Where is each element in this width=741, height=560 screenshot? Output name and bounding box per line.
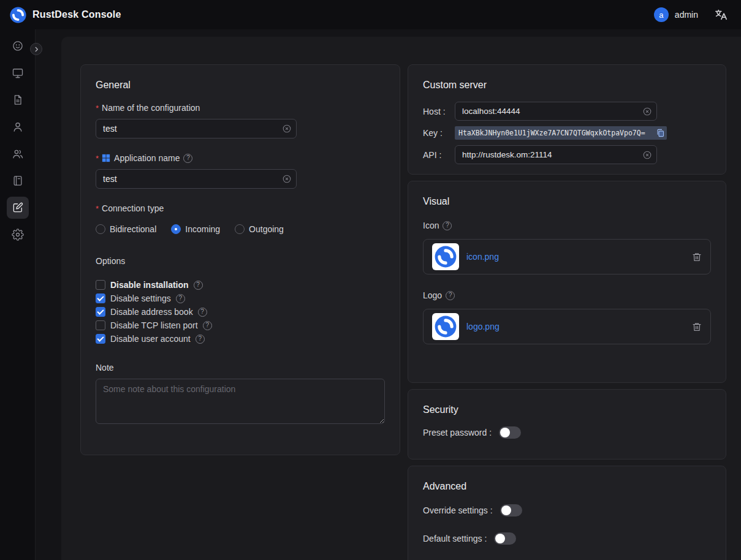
user-icon [12,121,24,133]
note-textarea[interactable] [96,379,385,424]
preset-password-row: Preset password : [423,426,711,439]
icon-label-text: Icon [423,221,439,230]
clear-icon[interactable] [643,151,652,159]
checkbox-disable-installation[interactable]: Disable installation ? [96,278,385,292]
security-card: Security Preset password : [408,389,726,460]
custom-server-title: Custom server [423,80,711,91]
key-value: HtaXBkJNHyn0e1U1jWXze7A7CN7QTGWqxkOtpaVp… [458,129,654,137]
override-settings-toggle[interactable] [500,504,522,516]
main-panel: General * Name of the configuration * Ap… [61,37,741,560]
sidebar-item-groups[interactable] [7,143,29,165]
help-icon[interactable]: ? [194,281,203,290]
checkbox-box[interactable] [96,320,105,330]
application-name-input[interactable] [96,169,297,189]
override-settings-row: Override settings : [423,504,711,516]
key-field: HtaXBkJNHyn0e1U1jWXze7A7CN7QTGWqxkOtpaVp… [455,126,667,140]
radio-circle[interactable] [96,224,105,234]
icon-file-link[interactable]: icon.png [466,252,692,262]
override-settings-label: Override settings : [423,505,493,515]
config-name-label-text: Name of the configuration [102,103,200,113]
help-icon[interactable]: ? [198,308,207,317]
translate-icon[interactable] [714,8,728,21]
note-field [96,379,385,424]
trash-icon[interactable] [692,252,702,262]
api-field [455,145,657,164]
trash-icon[interactable] [692,322,702,332]
checkbox-label: Disable TCP listen port [110,320,198,330]
checkbox-disable-user-account[interactable]: Disable user account ? [96,332,385,346]
default-settings-toggle[interactable] [494,532,516,545]
application-name-label-text: Application name [114,153,180,163]
connection-type-label: * Connection type [96,203,385,213]
checkbox-box[interactable] [96,280,105,290]
document-icon [12,94,24,106]
radio-circle[interactable] [171,224,181,234]
logo-file-link[interactable]: logo.png [466,322,692,331]
host-row: Host : [423,102,711,121]
help-icon[interactable]: ? [443,221,452,230]
host-field [455,102,657,121]
smiley-icon [12,40,24,52]
preset-password-label: Preset password : [423,428,492,437]
user-avatar[interactable]: a [654,7,669,22]
advanced-title: Advanced [423,481,711,492]
required-asterisk: * [96,204,99,213]
key-label: Key : [423,128,455,138]
config-name-input[interactable] [96,119,297,138]
right-column: Custom server Host : Key : HtaXBkJNHyn0e… [408,64,726,560]
settings-icon [12,229,24,241]
help-icon[interactable]: ? [183,154,192,163]
clear-icon[interactable] [283,175,291,183]
radio-outgoing[interactable]: Outgoing [235,224,284,234]
sidebar [0,29,36,560]
api-row: API : [423,145,711,164]
radio-label: Bidirectional [110,224,156,234]
windows-icon [102,154,110,162]
checkbox-box[interactable] [96,293,105,303]
visual-title: Visual [423,196,711,207]
radio-incoming[interactable]: Incoming [171,224,220,234]
sidebar-item-devices[interactable] [7,62,29,84]
copy-icon[interactable] [656,128,665,138]
application-name-label: * Application name ? [96,153,385,163]
api-input[interactable] [455,145,657,164]
checkbox-label: Disable settings [110,293,171,303]
sidebar-item-user[interactable] [7,116,29,138]
sidebar-item-settings[interactable] [7,224,29,246]
user-name[interactable]: admin [675,10,698,20]
checkbox-disable-settings[interactable]: Disable settings ? [96,292,385,305]
advanced-card: Advanced Override settings : Default set… [408,466,726,560]
checkbox-disable-tcp-listen-port[interactable]: Disable TCP listen port ? [96,319,385,332]
connection-type-label-text: Connection type [102,203,164,213]
config-name-label: * Name of the configuration [96,103,385,113]
logbook-icon [12,175,24,187]
monitor-icon [12,67,24,79]
required-asterisk: * [96,154,99,163]
edit-icon [12,202,24,214]
checkbox-disable-address-book[interactable]: Disable address book ? [96,305,385,319]
sidebar-expand-button[interactable] [30,43,42,55]
radio-label: Incoming [185,224,220,234]
security-title: Security [423,404,711,415]
help-icon[interactable]: ? [446,291,455,300]
checkbox-box[interactable] [96,307,105,317]
sidebar-item-documents[interactable] [7,89,29,111]
sidebar-item-overview[interactable] [7,35,29,57]
general-card: General * Name of the configuration * Ap… [80,64,400,455]
custom-server-card: Custom server Host : Key : HtaXBkJNHyn0e… [408,64,726,175]
note-label: Note [96,363,385,373]
help-icon[interactable]: ? [203,321,212,330]
preset-password-toggle[interactable] [499,426,521,439]
clear-icon[interactable] [283,124,291,133]
sidebar-item-logs[interactable] [7,170,29,192]
help-icon[interactable]: ? [196,335,205,344]
radio-circle[interactable] [235,224,245,234]
sidebar-item-configurations[interactable] [7,197,29,219]
help-icon[interactable]: ? [176,294,185,303]
clear-icon[interactable] [643,107,652,116]
checkbox-box[interactable] [96,334,105,344]
default-settings-label: Default settings : [423,534,487,543]
host-input[interactable] [455,102,657,121]
radio-label: Outgoing [249,224,284,234]
radio-bidirectional[interactable]: Bidirectional [96,224,156,234]
